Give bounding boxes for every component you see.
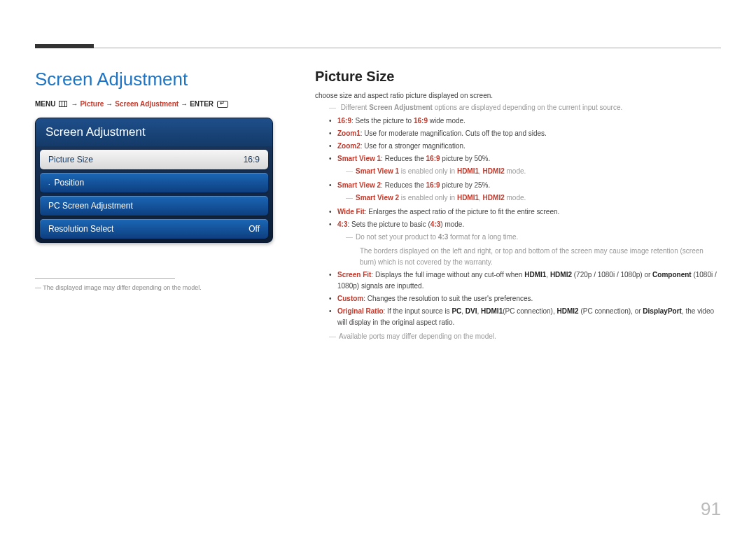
- osd-label: ·Position: [48, 178, 84, 188]
- osd-value: Off: [248, 224, 260, 234]
- list-item: Zoom2: Use for a stronger magnification.: [329, 141, 721, 152]
- text: : If the input source is: [384, 307, 452, 315]
- footnote: ― The displayed image may differ dependi…: [35, 284, 273, 291]
- term: DVI: [465, 307, 477, 315]
- term: HDMI1: [524, 271, 546, 279]
- list-item: Smart View 1: Reduces the 16:9 picture b…: [329, 153, 721, 177]
- sub-note: The borders displayed on the left and ri…: [360, 246, 721, 268]
- text: : Reduces the: [381, 155, 426, 162]
- text: : Changes the resolution to suit the use…: [363, 295, 533, 302]
- term: PC: [451, 307, 461, 315]
- text: picture by 50%.: [440, 155, 491, 162]
- top-marker: [35, 44, 94, 48]
- term: HDMI1: [457, 167, 479, 175]
- term: 4:3: [337, 220, 347, 228]
- osd-row-pc-screen-adjustment[interactable]: PC Screen Adjustment: [40, 196, 268, 216]
- subsection-title: Picture Size: [315, 69, 721, 85]
- section-title: Screen Adjustment: [35, 69, 273, 90]
- note-text: format for a long time.: [448, 233, 518, 241]
- text: : Displays the full image without any cu…: [371, 271, 524, 279]
- term: Zoom1: [337, 129, 360, 137]
- text: picture by 25%.: [440, 181, 491, 189]
- list-item: 16:9: Sets the picture to 16:9 wide mode…: [329, 115, 721, 127]
- term: 16:9: [337, 117, 351, 125]
- term: HDMI2: [483, 167, 505, 175]
- breadcrumb-arrow: →: [71, 100, 78, 108]
- text: : Sets the picture to: [351, 117, 414, 125]
- text: wide mode.: [428, 117, 465, 125]
- term: HDMI1: [481, 307, 503, 315]
- footnote-rule: [35, 278, 175, 279]
- term: 4:3: [430, 220, 440, 228]
- breadcrumb-menu: MENU: [35, 100, 55, 108]
- text: : Enlarges the aspect ratio of the pictu…: [365, 208, 560, 216]
- text: (PC connection), or: [579, 307, 643, 315]
- osd-label-text: Position: [55, 178, 85, 188]
- list-item: Original Ratio: If the input source is P…: [329, 306, 721, 328]
- note-bold: Screen Adjustment: [369, 104, 433, 111]
- text: : Use for moderate magnification. Cuts o…: [360, 129, 547, 137]
- text: : Use for a stronger magnification.: [360, 142, 465, 150]
- note-text: is enabled only in: [399, 194, 457, 202]
- breadcrumb-enter: ENTER: [190, 100, 214, 108]
- enter-icon: [217, 101, 228, 108]
- text: (720p / 1080i / 1080p) or: [572, 271, 652, 279]
- osd-row-resolution-select[interactable]: Resolution Select Off: [40, 219, 268, 239]
- term: Original Ratio: [337, 307, 384, 315]
- note-text: mode.: [505, 167, 526, 175]
- breadcrumb-arrow: →: [106, 100, 113, 108]
- inner-note: Smart View 2 is enabled only in HDMI1, H…: [346, 192, 721, 204]
- list-item: Custom: Changes the resolution to suit t…: [329, 293, 721, 304]
- text: (PC connection),: [503, 307, 556, 315]
- term: HDMI2: [556, 307, 578, 315]
- term: 16:9: [426, 155, 440, 162]
- breadcrumb: MENU → Picture → Screen Adjustment → ENT…: [35, 100, 273, 108]
- text: ) mode.: [440, 220, 464, 228]
- term: HDMI1: [457, 194, 479, 202]
- note-text: Do not set your product to: [356, 233, 438, 241]
- term: Smart View 2: [337, 181, 381, 189]
- term: HDMI2: [550, 271, 572, 279]
- term: HDMI2: [483, 194, 505, 202]
- breadcrumb-picture: Picture: [80, 100, 104, 108]
- osd-header: Screen Adjustment: [36, 118, 272, 146]
- note-bottom: Available ports may differ depending on …: [329, 332, 721, 340]
- term: Wide Fit: [337, 208, 365, 216]
- list-item: Screen Fit: Displays the full image with…: [329, 269, 721, 292]
- bullet-icon: ·: [48, 181, 50, 188]
- term: Smart View 1: [356, 167, 399, 175]
- osd-panel: Screen Adjustment Picture Size 16:9 ·Pos…: [35, 118, 273, 243]
- list-item: Wide Fit: Enlarges the aspect ratio of t…: [329, 206, 721, 218]
- osd-label: Picture Size: [48, 155, 93, 164]
- list-item: Zoom1: Use for moderate magnification. C…: [329, 128, 721, 139]
- breadcrumb-arrow: →: [181, 100, 188, 108]
- term: DisplayPort: [643, 307, 682, 315]
- osd-value: 16:9: [244, 155, 260, 164]
- term: 4:3: [438, 233, 448, 241]
- term: Custom: [337, 295, 363, 302]
- footnote-text: The displayed image may differ depending…: [43, 284, 201, 291]
- osd-row-position[interactable]: ·Position: [40, 173, 268, 192]
- inner-note: Smart View 1 is enabled only in HDMI1, H…: [346, 166, 721, 177]
- breadcrumb-screen-adjustment: Screen Adjustment: [115, 100, 178, 108]
- intro-text: choose size and aspect ratio picture dis…: [315, 92, 721, 99]
- osd-row-picture-size[interactable]: Picture Size 16:9: [40, 150, 268, 169]
- note-text: options are displayed depending on the c…: [433, 104, 622, 111]
- term: 16:9: [414, 117, 428, 125]
- text: : Sets the picture to basic (: [347, 220, 430, 228]
- note-text: mode.: [505, 194, 526, 202]
- osd-label: PC Screen Adjustment: [48, 201, 133, 211]
- list-item: Smart View 2: Reduces the 16:9 picture b…: [329, 180, 721, 204]
- term: Zoom2: [337, 142, 360, 150]
- term: Smart View 2: [356, 194, 399, 202]
- menu-icon: [59, 101, 67, 107]
- text: : Reduces the: [381, 181, 426, 189]
- page-number: 91: [701, 498, 721, 520]
- note-text: is enabled only in: [399, 167, 457, 175]
- note-text: Different: [341, 104, 369, 111]
- inner-note: Do not set your product to 4:3 format fo…: [346, 232, 721, 243]
- osd-label: Resolution Select: [48, 224, 113, 234]
- list-item: 4:3: Sets the picture to basic (4:3) mod…: [329, 219, 721, 268]
- option-list: 16:9: Sets the picture to 16:9 wide mode…: [329, 115, 721, 328]
- note-top: Different Screen Adjustment options are …: [329, 104, 721, 111]
